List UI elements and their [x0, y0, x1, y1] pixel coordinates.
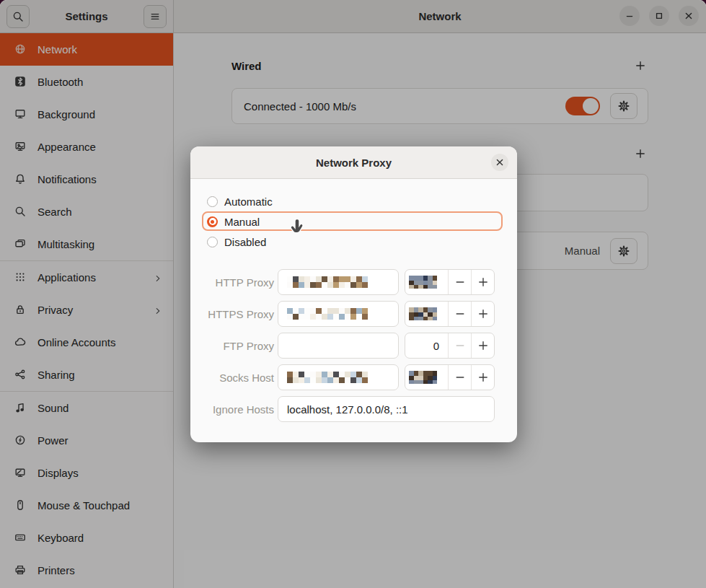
- field-row-ignore-hosts: Ignore Hostslocalhost, 127.0.0.0/8, ::1: [190, 396, 517, 422]
- field-row-https-proxy: HTTPS Proxy: [190, 301, 517, 327]
- proxy-option-manual[interactable]: Manual: [190, 211, 517, 232]
- dialog-title: Network Proxy: [316, 157, 392, 169]
- settings-window: Settings Network Network Bluetooth Backg…: [0, 0, 706, 588]
- field-row-http-proxy: HTTP Proxy: [190, 269, 517, 295]
- field-label: FTP Proxy: [190, 340, 274, 352]
- plus-icon: [477, 372, 489, 383]
- field-value: localhost, 127.0.0.0/8, ::1: [287, 403, 408, 416]
- field-label: HTTP Proxy: [190, 276, 274, 289]
- port-spinner: [405, 269, 495, 295]
- proxy-option-automatic[interactable]: Automatic: [190, 191, 517, 211]
- redacted-value: [287, 276, 371, 288]
- port-value[interactable]: [405, 302, 449, 326]
- socks-host-input[interactable]: [278, 364, 399, 390]
- field-row-ftp-proxy: FTP Proxy 0: [190, 333, 517, 359]
- https-proxy-input[interactable]: [278, 301, 399, 327]
- field-label: Socks Host: [190, 372, 274, 384]
- decrement-button[interactable]: [449, 302, 472, 326]
- decrement-button[interactable]: [449, 365, 472, 390]
- minus-icon: [454, 308, 466, 320]
- field-label: HTTPS Proxy: [190, 308, 274, 320]
- decrement-button[interactable]: [449, 270, 472, 294]
- redacted-port: [409, 307, 439, 320]
- redacted-value: [287, 372, 371, 383]
- increment-button[interactable]: [472, 365, 494, 390]
- plus-icon: [477, 340, 489, 351]
- proxy-mode-options: Automatic Manual Disabled: [190, 191, 517, 252]
- ignore-hosts-input[interactable]: localhost, 127.0.0.0/8, ::1: [278, 396, 495, 422]
- close-icon: [494, 157, 506, 168]
- http-proxy-input[interactable]: [278, 269, 399, 295]
- decrement-button[interactable]: [449, 333, 472, 358]
- port-value[interactable]: [405, 365, 449, 390]
- port-value[interactable]: [405, 270, 449, 294]
- radio-button[interactable]: [207, 216, 218, 227]
- radio-label: Disabled: [224, 236, 266, 248]
- proxy-fields: HTTP Proxy HTTPS Proxy FTP Proxy 0 Socks…: [190, 269, 517, 428]
- redacted-port: [409, 371, 439, 384]
- port-spinner: 0: [405, 333, 495, 359]
- increment-button[interactable]: [472, 302, 494, 326]
- radio-label: Manual: [224, 216, 260, 228]
- plus-icon: [477, 276, 489, 288]
- port-value[interactable]: 0: [405, 333, 449, 358]
- increment-button[interactable]: [472, 333, 494, 358]
- redacted-port: [409, 276, 439, 289]
- radio-button[interactable]: [207, 196, 218, 207]
- dialog-header: Network Proxy: [190, 146, 517, 179]
- increment-button[interactable]: [472, 270, 494, 294]
- network-proxy-dialog: Network Proxy Automatic Manual Disabled …: [190, 146, 517, 442]
- plus-icon: [477, 308, 489, 320]
- minus-icon: [454, 372, 466, 383]
- minus-icon: [454, 340, 466, 351]
- ftp-proxy-input[interactable]: [278, 333, 399, 359]
- radio-button[interactable]: [207, 237, 218, 247]
- redacted-value: [287, 308, 371, 320]
- proxy-option-disabled[interactable]: Disabled: [190, 232, 517, 252]
- port-spinner: [405, 364, 495, 390]
- port-spinner: [405, 301, 495, 327]
- field-row-socks-host: Socks Host: [190, 364, 517, 390]
- minus-icon: [454, 276, 466, 288]
- field-label: Ignore Hosts: [190, 403, 274, 416]
- radio-label: Automatic: [224, 196, 273, 208]
- dialog-close-button[interactable]: [491, 154, 508, 171]
